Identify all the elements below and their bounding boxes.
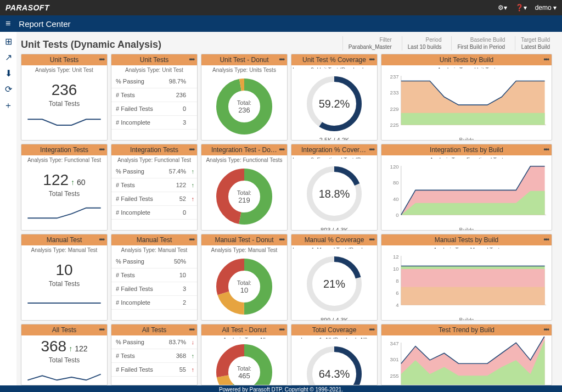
widget: Integration % Covera…••• Image: 3: Funct… bbox=[291, 144, 378, 231]
stat-row: # Incomplete3 bbox=[111, 116, 197, 130]
donut-chart: Total:219 bbox=[214, 166, 274, 227]
area-chart: 4681012 Builds bbox=[381, 249, 552, 321]
widget: Unit Tests••• Analysis Type: Unit Test 2… bbox=[21, 54, 108, 141]
widget-header: Integration % Covera…••• bbox=[291, 144, 377, 155]
widget-menu-icon[interactable]: ••• bbox=[543, 236, 549, 243]
widget-subtitle: Analysis Type: Units Tests bbox=[201, 65, 287, 73]
svg-text:80: 80 bbox=[393, 180, 399, 186]
widget: Unit Test - Donut••• Analysis Type: Unit… bbox=[201, 54, 288, 141]
widget-menu-icon[interactable]: ••• bbox=[99, 326, 104, 333]
stat-row: % Passing83.7%↓ bbox=[111, 335, 197, 349]
widget-menu-icon[interactable]: ••• bbox=[369, 326, 374, 333]
widget-header: Manual % Coverage••• bbox=[291, 234, 377, 245]
widget-menu-icon[interactable]: ••• bbox=[189, 326, 194, 333]
help-icon[interactable]: ❓▾ bbox=[515, 4, 527, 12]
widget-menu-icon[interactable]: ••• bbox=[99, 236, 104, 243]
donut-chart: Total:465 bbox=[214, 342, 274, 385]
svg-text:4: 4 bbox=[396, 302, 399, 308]
widget-menu-icon[interactable]: ••• bbox=[369, 55, 374, 63]
widget-menu-icon[interactable]: ••• bbox=[189, 145, 194, 153]
count-body: 368↑122 Total Tests bbox=[21, 335, 107, 385]
widget: Integration Tests••• Analysis Type: Func… bbox=[111, 144, 198, 231]
widget-menu-icon[interactable]: ••• bbox=[543, 326, 549, 333]
widget-menu-icon[interactable]: ••• bbox=[279, 145, 284, 153]
stats-table: % Passing98.7%# Tests236# Failed Tests0#… bbox=[111, 75, 197, 130]
widget-header: Integration Test - Donut••• bbox=[201, 144, 287, 155]
widget: Manual Test••• Analysis Type: Manual Tes… bbox=[111, 234, 198, 321]
widget: Unit Tests by Build••• Analysis Type: Un… bbox=[381, 54, 552, 141]
area-chart: 04080120 Builds bbox=[381, 159, 552, 231]
user-menu[interactable]: demo ▾ bbox=[535, 4, 557, 12]
export-icon[interactable]: ↗ bbox=[5, 52, 12, 63]
widget-grid: Unit Tests••• Analysis Type: Unit Test 2… bbox=[21, 54, 555, 385]
widget: Unit Test % Coverage••• Image: 2: Unit T… bbox=[291, 54, 378, 141]
widget-subtitle: Analysis Type: Functional Tests bbox=[201, 155, 287, 163]
widget-menu-icon[interactable]: ••• bbox=[279, 55, 284, 63]
count-value: 368 bbox=[41, 338, 66, 355]
widget-menu-icon[interactable]: ••• bbox=[543, 145, 549, 153]
widget-subtitle: Analysis Type: Manual Test bbox=[21, 245, 107, 255]
widget-header: Unit Test % Coverage••• bbox=[291, 54, 377, 65]
svg-text:301: 301 bbox=[390, 356, 399, 362]
count-value: 10 bbox=[55, 261, 72, 279]
svg-text:40: 40 bbox=[393, 196, 399, 202]
stat-row: % Passing50% bbox=[111, 255, 197, 268]
add-icon[interactable]: ⊞ bbox=[5, 36, 12, 47]
filters: FilterParabank_MasterPeriodLast 10 build… bbox=[342, 36, 555, 51]
page-title: Unit Tests (Dynamic Analysis) bbox=[21, 39, 161, 51]
filter-box[interactable]: FilterParabank_Master bbox=[342, 36, 397, 51]
widget: Manual Test••• Analysis Type: Manual Tes… bbox=[21, 234, 108, 321]
widget: Manual Test - Donut••• Analysis Type: Ma… bbox=[201, 234, 288, 321]
filter-box[interactable]: Baseline BuildFirst Build in Period bbox=[451, 36, 510, 51]
widget-menu-icon[interactable]: ••• bbox=[369, 145, 374, 153]
widget-header: Unit Tests by Build••• bbox=[381, 54, 552, 65]
filter-box[interactable]: PeriodLast 10 builds bbox=[402, 36, 447, 51]
gauge-chart: 64.3% bbox=[301, 341, 367, 385]
widget-header: All Tests••• bbox=[21, 324, 107, 335]
filter-box[interactable]: Target BuildLatest Build bbox=[515, 36, 555, 51]
area-chart: 225229233237 Builds bbox=[381, 69, 552, 141]
svg-text:237: 237 bbox=[390, 74, 399, 80]
widget-menu-icon[interactable]: ••• bbox=[189, 236, 194, 243]
widget-header: All Tests••• bbox=[111, 324, 197, 335]
widget: Integration Tests••• Analysis Type: Func… bbox=[21, 144, 108, 231]
widget-menu-icon[interactable]: ••• bbox=[543, 55, 549, 63]
widget-header: Manual Test••• bbox=[111, 234, 197, 245]
svg-text:10: 10 bbox=[393, 266, 399, 272]
widget-header: Manual Test - Donut••• bbox=[201, 234, 287, 245]
widget-menu-icon[interactable]: ••• bbox=[279, 236, 284, 243]
gear-icon[interactable]: ⚙▾ bbox=[498, 4, 507, 12]
svg-text:6: 6 bbox=[396, 290, 398, 296]
gauge-chart: 59.2% bbox=[301, 71, 367, 137]
svg-text:229: 229 bbox=[390, 106, 399, 112]
widget-menu-icon[interactable]: ••• bbox=[99, 145, 104, 153]
stat-row: # Failed Tests52↑ bbox=[111, 192, 197, 206]
menu-icon[interactable]: ≡ bbox=[5, 19, 10, 29]
stats-table: % Passing57.4%↑# Tests122↑# Failed Tests… bbox=[111, 165, 197, 220]
widget-header: Manual Test••• bbox=[21, 234, 107, 245]
donut-chart: Total:236 bbox=[214, 76, 274, 137]
widget-menu-icon[interactable]: ••• bbox=[369, 236, 374, 243]
refresh-icon[interactable]: ⟳ bbox=[5, 84, 12, 94]
widget-header: All Test - Donut••• bbox=[201, 324, 287, 335]
stat-row: # Tests122↑ bbox=[111, 178, 197, 192]
stat-row: # Tests368↑ bbox=[111, 349, 197, 363]
gauge-body: 64.3% bbox=[291, 339, 377, 385]
brand-logo: PARASOFT bbox=[5, 3, 49, 12]
download-icon[interactable]: ⬇ bbox=[5, 68, 12, 79]
widget-menu-icon[interactable]: ••• bbox=[279, 326, 284, 333]
stat-row: # Incomplete0 bbox=[111, 206, 197, 220]
navbar: ≡ Report Center bbox=[0, 15, 562, 32]
gauge-body: 21% 899 / 4.3K Parabank_SA-UT_3-12-2020 bbox=[291, 249, 377, 321]
count-body: 122↑60 Total Tests bbox=[21, 165, 107, 230]
plus-icon[interactable]: ＋ bbox=[4, 100, 13, 111]
widget: Total Coverage••• Image: 1: All (Paraban… bbox=[291, 324, 378, 385]
widget-menu-icon[interactable]: ••• bbox=[99, 55, 104, 63]
stat-row: # Tests236 bbox=[111, 88, 197, 102]
widget-menu-icon[interactable]: ••• bbox=[189, 55, 194, 63]
svg-text:8: 8 bbox=[396, 278, 398, 284]
widget: Integration Test - Donut••• Analysis Typ… bbox=[201, 144, 288, 231]
svg-text:120: 120 bbox=[390, 164, 399, 170]
count-label: Total Tests bbox=[49, 100, 80, 108]
svg-text:255: 255 bbox=[390, 373, 399, 379]
